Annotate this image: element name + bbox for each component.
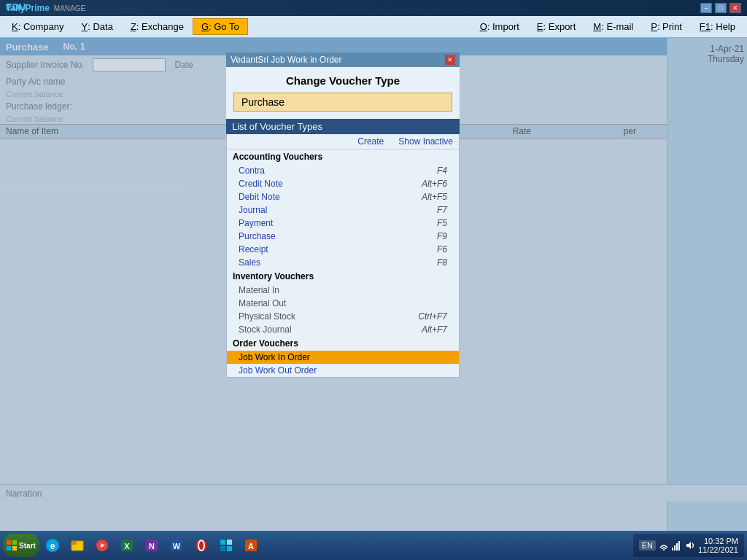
svg-text:W: W — [173, 542, 181, 551]
svg-text:X: X — [124, 542, 130, 551]
svg-point-24 — [663, 549, 665, 551]
taskbar-onenote-icon[interactable]: N — [140, 534, 163, 557]
voucher-item-receipt[interactable]: ReceiptF6 — [227, 243, 459, 256]
menu-export[interactable]: E: Export — [528, 18, 584, 35]
voucher-item-credit-note[interactable]: Credit NoteAlt+F6 — [227, 177, 459, 190]
taskbar-windows-icon[interactable] — [214, 534, 238, 557]
volume-icon — [685, 540, 695, 551]
svg-rect-2 — [7, 546, 11, 551]
restore-button[interactable]: □ — [715, 3, 727, 13]
minimize-button[interactable]: – — [700, 3, 712, 13]
main-area: Purchase No. 1 Supplier Invoice No. Date… — [0, 38, 747, 531]
menu-right-group: O: Import E: Export M: E-mail P: Print F… — [471, 18, 744, 35]
svg-rect-26 — [674, 545, 676, 551]
language-indicator: EN — [639, 540, 656, 551]
taskbar-presentation-icon[interactable]: A — [239, 534, 263, 557]
svg-text:e: e — [50, 541, 55, 551]
voucher-list-header: List of Voucher Types — [226, 119, 460, 134]
change-voucher-title: Change Voucher Type — [233, 74, 452, 87]
svg-rect-7 — [71, 541, 77, 545]
voucher-item-material-in[interactable]: Material In — [227, 284, 459, 297]
voucher-item-sales[interactable]: SalesF8 — [227, 256, 459, 269]
modal-body: Change Voucher Type Purchase — [226, 67, 460, 119]
voucher-item-debit-note[interactable]: Debit NoteAlt+F5 — [227, 190, 459, 203]
menu-data[interactable]: Y: Data — [73, 18, 122, 35]
taskbar: Start e X N W — [0, 531, 747, 560]
taskbar-tray: EN 10:32 PM 11/22/2021 — [633, 534, 744, 557]
inventory-vouchers-label: Inventory Vouchers — [227, 269, 459, 284]
taskbar-ie-icon[interactable]: e — [41, 534, 64, 557]
show-inactive-action[interactable]: Show Inactive — [398, 136, 453, 147]
taskbar-excel-icon[interactable]: X — [115, 534, 139, 557]
svg-rect-25 — [672, 548, 673, 551]
windows-logo-icon — [7, 540, 17, 551]
order-vouchers-label: Order Vouchers — [227, 336, 459, 351]
modal-title-text: VedantSri Job Work in Order — [231, 55, 342, 65]
svg-rect-3 — [12, 546, 17, 551]
menu-print[interactable]: P: Print — [642, 18, 691, 35]
menu-import[interactable]: O: Import — [471, 18, 528, 35]
start-button[interactable]: Start — [3, 534, 39, 557]
create-action[interactable]: Create — [357, 136, 384, 147]
menu-exchange[interactable]: Z: Exchange — [122, 18, 193, 35]
taskbar-word-icon[interactable]: W — [165, 534, 188, 557]
menu-help[interactable]: F1: Help — [691, 18, 744, 35]
taskbar-opera-icon[interactable] — [190, 534, 213, 557]
clock-display: 10:32 PM 11/22/2021 — [698, 537, 738, 554]
svg-text:N: N — [149, 542, 155, 551]
voucher-item-job-work-in-order[interactable]: Job Work In Order — [227, 351, 459, 364]
accounting-vouchers-label: Accounting Vouchers — [227, 149, 459, 164]
svg-rect-19 — [227, 540, 232, 545]
voucher-list-body: Create Show Inactive Accounting Vouchers… — [226, 134, 460, 378]
voucher-list-actions: Create Show Inactive — [227, 134, 459, 149]
network-icon — [659, 540, 669, 551]
menu-email[interactable]: M: E-mail — [584, 18, 642, 35]
modal-title-bar: VedantSri Job Work in Order ✕ — [226, 52, 460, 67]
change-voucher-modal: VedantSri Job Work in Order ✕ Change Vou… — [226, 52, 460, 378]
title-bar: TallyPrime MANAGE – □ ✕ — [0, 0, 747, 16]
svg-text:A: A — [248, 542, 254, 551]
svg-rect-1 — [12, 540, 17, 545]
svg-rect-27 — [676, 543, 678, 551]
manage-label: MANAGE — [54, 4, 85, 12]
taskbar-media-icon[interactable] — [90, 534, 114, 557]
menu-bar: K: Company Y: Data Z: Exchange G: Go To … — [0, 16, 747, 38]
svg-rect-0 — [7, 540, 11, 545]
svg-point-16 — [196, 540, 207, 551]
signal-icon — [672, 540, 682, 551]
voucher-item-journal[interactable]: JournalF7 — [227, 203, 459, 217]
menu-goto[interactable]: G: Go To — [193, 18, 248, 35]
voucher-item-payment[interactable]: PaymentF5 — [227, 217, 459, 230]
window-controls: – □ ✕ — [700, 3, 741, 13]
voucher-item-contra[interactable]: ContraF4 — [227, 164, 459, 177]
voucher-item-physical-stock[interactable]: Physical StockCtrl+F7 — [227, 310, 459, 323]
voucher-item-stock-journal[interactable]: Stock JournalAlt+F7 — [227, 323, 459, 336]
svg-rect-20 — [220, 546, 225, 551]
edition-label: EDU — [0, 0, 31, 14]
voucher-item-purchase[interactable]: PurchaseF9 — [227, 230, 459, 243]
svg-rect-21 — [227, 546, 232, 551]
menu-company[interactable]: K: Company — [3, 18, 73, 35]
svg-rect-18 — [220, 540, 225, 545]
voucher-item-material-out[interactable]: Material Out — [227, 297, 459, 310]
taskbar-explorer-icon[interactable] — [66, 534, 89, 557]
close-button[interactable]: ✕ — [729, 3, 741, 13]
svg-rect-28 — [678, 541, 680, 551]
voucher-item-job-work-out-order[interactable]: Job Work Out Order — [227, 364, 459, 377]
modal-close-button[interactable]: ✕ — [445, 55, 455, 65]
current-voucher-box: Purchase — [233, 93, 452, 112]
